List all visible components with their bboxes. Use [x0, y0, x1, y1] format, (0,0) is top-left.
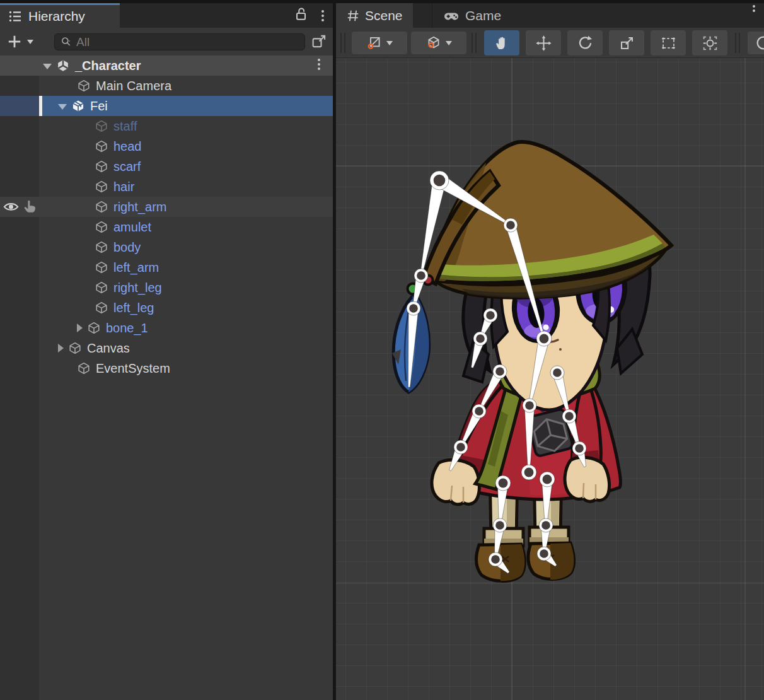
- prefab-cube-icon: [71, 99, 85, 113]
- scale-tool-icon: [618, 35, 635, 52]
- rotate-tool-icon: [577, 35, 594, 52]
- hierarchy-kebab-menu-icon[interactable]: [321, 10, 324, 13]
- row-label: Fei: [90, 99, 108, 114]
- row-label: bone_1: [106, 321, 148, 335]
- transform-tool-button[interactable]: [692, 30, 727, 55]
- toolbar-drag-handle[interactable]: [735, 33, 736, 53]
- row-label: staff: [113, 119, 137, 134]
- cube-icon: [95, 160, 108, 173]
- row-left-arm[interactable]: left_arm: [0, 257, 333, 277]
- row-label: right_leg: [113, 281, 162, 295]
- hierarchy-list-icon: [8, 9, 23, 24]
- unity-scene-icon: [56, 59, 70, 73]
- row-scarf[interactable]: scarf: [0, 156, 333, 177]
- chevron-down-icon[interactable]: [58, 104, 67, 110]
- cube-icon: [95, 119, 108, 133]
- row-label: amulet: [113, 220, 151, 235]
- pick-finger-icon[interactable]: [21, 199, 38, 216]
- cube-icon: [95, 260, 108, 274]
- row-label: body: [113, 240, 141, 255]
- cube-icon: [68, 341, 82, 355]
- cube-icon: [95, 139, 108, 153]
- row-label: Main Camera: [96, 79, 171, 93]
- cube-icon: [95, 220, 108, 234]
- row-right-arm[interactable]: right_arm: [0, 197, 333, 217]
- chevron-right-icon[interactable]: [77, 324, 83, 332]
- row-bone-1[interactable]: bone_1: [0, 318, 333, 338]
- hierarchy-tree: _Character Main Camera Fei staff head sc…: [0, 55, 333, 378]
- row-eventsystem[interactable]: EventSystem: [0, 358, 333, 378]
- row-fei-selected[interactable]: Fei: [0, 96, 333, 116]
- move-tool-button[interactable]: [526, 30, 561, 55]
- tab-scene[interactable]: Scene: [336, 3, 413, 28]
- row-canvas[interactable]: Canvas: [0, 338, 333, 358]
- toolbar-drag-handle[interactable]: [472, 33, 473, 53]
- row-hair[interactable]: hair: [0, 177, 333, 197]
- row-head[interactable]: head: [0, 136, 333, 156]
- space-toggle-icon: [425, 35, 442, 51]
- panel-divider[interactable]: [333, 0, 336, 700]
- scene-viewport[interactable]: [336, 58, 764, 700]
- row-label: left_arm: [113, 260, 159, 275]
- pivot-tool-icon: [366, 35, 383, 51]
- unlock-icon[interactable]: [292, 6, 309, 22]
- toolbar-drag-handle[interactable]: [340, 33, 342, 53]
- cube-icon: [87, 321, 101, 335]
- cube-icon: [77, 361, 91, 375]
- row-label: head: [113, 139, 142, 154]
- hand-tool-button[interactable]: [484, 30, 519, 55]
- row-label: left_leg: [113, 301, 154, 315]
- scale-tool-button[interactable]: [609, 30, 644, 55]
- rect-tool-icon: [660, 35, 677, 52]
- transform-tool-icon: [702, 35, 719, 52]
- dropdown-caret-icon: [386, 41, 393, 45]
- snap-icon: [751, 33, 764, 52]
- search-icon: [60, 36, 72, 49]
- scene-render: [336, 58, 764, 700]
- row-staff[interactable]: staff: [0, 116, 333, 136]
- scene-panel: Scene Game: [336, 0, 764, 700]
- row-label: hair: [113, 180, 134, 194]
- cube-icon: [95, 240, 108, 254]
- scene-header-row[interactable]: _Character: [0, 55, 333, 76]
- tool-handle-position-button[interactable]: [352, 32, 407, 54]
- rect-tool-button[interactable]: [651, 30, 686, 55]
- row-body[interactable]: body: [0, 237, 333, 257]
- scene-grid-icon: [346, 9, 360, 23]
- tab-hierarchy-label: Hierarchy: [28, 9, 85, 24]
- cube-icon: [95, 281, 108, 295]
- row-main-camera[interactable]: Main Camera: [0, 76, 333, 96]
- hierarchy-tabbar: Hierarchy: [0, 0, 333, 28]
- tab-game-label: Game: [465, 8, 501, 23]
- row-label: scarf: [113, 160, 141, 174]
- cube-icon: [95, 200, 108, 214]
- dropdown-caret-icon: [446, 41, 452, 45]
- gamepad-icon: [443, 8, 460, 23]
- snap-settings-button-partial[interactable]: [748, 32, 764, 54]
- tool-handle-rotation-button[interactable]: [411, 32, 466, 54]
- chevron-down-icon[interactable]: [43, 64, 52, 69]
- row-left-leg[interactable]: left_leg: [0, 298, 333, 318]
- search-picker-icon[interactable]: [310, 33, 328, 50]
- tab-hierarchy[interactable]: Hierarchy: [0, 0, 120, 28]
- scene-kebab-menu-icon[interactable]: [318, 59, 320, 61]
- chevron-right-icon[interactable]: [58, 344, 64, 353]
- hierarchy-search-field[interactable]: [54, 33, 305, 50]
- scene-name-label: _Character: [75, 59, 141, 73]
- rotate-tool-button[interactable]: [567, 30, 603, 55]
- tab-game[interactable]: Game: [432, 3, 511, 28]
- row-label: EventSystem: [96, 361, 170, 376]
- add-dropdown-caret-icon[interactable]: [27, 40, 33, 44]
- eye-icon[interactable]: [3, 199, 20, 216]
- add-gameobject-button[interactable]: [6, 33, 23, 50]
- row-label: Canvas: [87, 341, 130, 356]
- row-right-leg[interactable]: right_leg: [0, 277, 333, 298]
- cube-icon: [95, 180, 108, 194]
- window-top-edge: [0, 0, 764, 3]
- scene-tabbar: Scene Game: [336, 0, 764, 28]
- row-amulet[interactable]: amulet: [0, 217, 333, 237]
- cube-icon: [77, 79, 91, 93]
- hierarchy-panel: Hierarchy: [0, 0, 333, 700]
- search-input[interactable]: [76, 35, 299, 49]
- hierarchy-toolbar: [0, 28, 333, 55]
